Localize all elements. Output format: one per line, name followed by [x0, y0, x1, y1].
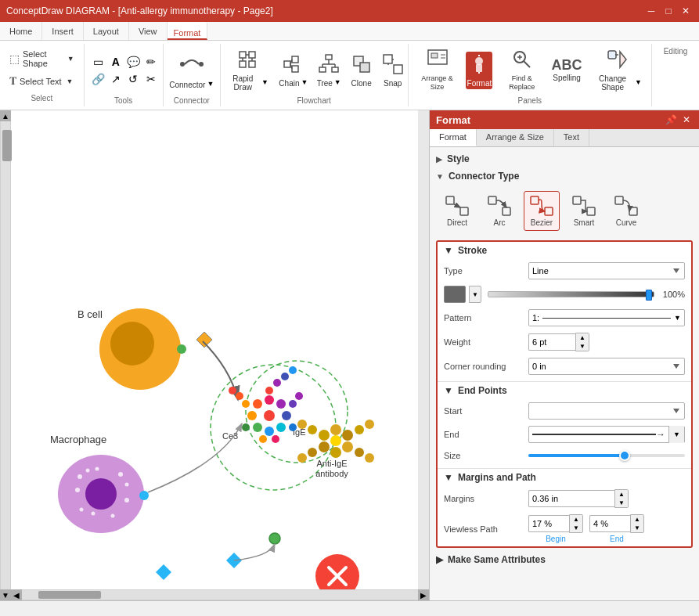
svg-rect-44 [446, 196, 454, 204]
viewless-begin-up-btn[interactable]: ▲ [570, 515, 582, 524]
viewless-end-input[interactable] [589, 515, 630, 532]
rapid-draw-btn[interactable]: Rapid Draw ▼ [223, 47, 272, 93]
comment-tool-btn[interactable]: 💬 [124, 54, 142, 70]
mac-d6 [75, 488, 80, 492]
format-panel-btn[interactable]: Format [466, 52, 492, 89]
minimize-btn[interactable]: ─ [644, 4, 658, 18]
curve-label: Curve [616, 218, 637, 227]
snap-btn[interactable]: Snap [380, 52, 405, 89]
conn-curve-btn[interactable]: Curve [608, 191, 644, 231]
conn-bezier-btn[interactable]: Bezier [524, 191, 560, 231]
opacity-track[interactable] [488, 291, 654, 297]
select-text-btn[interactable]: 𝐓 Select Text ▼ [6, 73, 77, 89]
tree-btn[interactable]: Tree ▼ [315, 52, 343, 89]
change-shape-btn[interactable]: Change Shape ▼ [589, 47, 645, 93]
svg-point-31 [475, 57, 483, 65]
tab-home[interactable]: Home [0, 22, 42, 40]
viewless-end-up-btn[interactable]: ▲ [631, 515, 643, 524]
margins-down-btn[interactable]: ▼ [615, 499, 628, 507]
scroll-right-btn[interactable]: ▶ [418, 589, 429, 600]
conn-direct-btn[interactable]: Direct [439, 191, 475, 231]
conn-smart-btn[interactable]: Smart [566, 191, 602, 231]
scroll-track[interactable] [1, 121, 10, 589]
pencil-tool-btn[interactable]: ✏ [144, 54, 158, 70]
mol-b4 [247, 411, 257, 420]
margins-header[interactable]: ▼ Margins and Path [438, 468, 691, 486]
close-btn[interactable]: ✕ [679, 4, 693, 18]
mol-e5 [295, 392, 303, 400]
make-same-header[interactable]: ▶ Make Same Attributes [430, 551, 699, 568]
color-dropdown-btn[interactable]: ▼ [469, 286, 481, 303]
size-slider[interactable] [528, 449, 685, 462]
start-select[interactable]: Arrow [528, 402, 685, 420]
canvas-area[interactable]: ▲ ▼ B cell [0, 110, 429, 600]
rect-tool-btn[interactable]: ▭ [89, 54, 107, 70]
end-dropdown-btn[interactable]: ▼ [668, 426, 684, 443]
scroll-up-btn[interactable]: ▲ [0, 110, 11, 121]
end-label[interactable]: End [610, 535, 624, 543]
begin-label[interactable]: Begin [546, 535, 566, 543]
b-cell-label: B cell [77, 308, 103, 320]
pattern-value: 1: [532, 313, 539, 322]
conn-arc-btn[interactable]: Arc [481, 191, 517, 231]
tab-format[interactable]: Format [430, 129, 477, 146]
end-points-header[interactable]: ▼ End Points [438, 381, 691, 399]
weight-up-btn[interactable]: ▲ [576, 333, 589, 342]
clone-label: Clone [351, 79, 372, 88]
link-tool-btn[interactable]: 🔗 [89, 71, 107, 87]
tab-format[interactable]: Format [168, 22, 208, 40]
smart-icon [571, 195, 596, 217]
viewless-input-label: Viewless Path [444, 524, 522, 534]
diagram-canvas[interactable]: B cell Ce3 [11, 110, 418, 600]
ab-c2 [330, 424, 341, 435]
weight-input[interactable] [528, 333, 575, 351]
tab-insert[interactable]: Insert [42, 22, 84, 40]
connector-btn[interactable]: Connector ▼ [166, 50, 217, 91]
ab-e3 [308, 448, 317, 457]
mol-e3 [229, 387, 236, 394]
tab-view[interactable]: View [129, 22, 168, 40]
tab-text[interactable]: Text [554, 129, 589, 146]
corner-select[interactable]: 0 in 0.1 in 0.25 in [528, 358, 685, 375]
vertical-scrollbar[interactable]: ▲ ▼ [0, 110, 11, 600]
mol-e9 [272, 435, 279, 443]
restore-btn[interactable]: □ [661, 4, 676, 18]
style-section-header[interactable]: ▶ Style [430, 150, 699, 168]
connector-type-section: ▼ Connector Type [430, 168, 699, 237]
find-replace-btn[interactable]: Find & Replace [499, 47, 545, 93]
scroll-down-btn[interactable]: ▼ [0, 589, 11, 600]
pattern-select[interactable]: 1: ▼ [528, 309, 685, 326]
chain-btn[interactable]: Chain ▼ [278, 52, 309, 89]
select-shape-btn[interactable]: ⬚ Select Shape ▼ [6, 48, 77, 70]
weight-down-btn[interactable]: ▼ [576, 342, 589, 351]
margins-up-btn[interactable]: ▲ [615, 490, 628, 499]
viewless-end-down-btn[interactable]: ▼ [631, 524, 643, 532]
arrange-size-btn[interactable]: Arrange & Size [415, 47, 460, 93]
cut-tool-btn[interactable]: ✂ [144, 71, 158, 87]
viewless-end-col: ▲ ▼ End [589, 514, 644, 543]
panel-pin-btn[interactable]: 📌 [665, 113, 677, 126]
panel-close-btn[interactable]: ✕ [680, 113, 693, 126]
scroll-left-btn[interactable]: ◀ [11, 589, 22, 600]
panel-content[interactable]: ▶ Style ▼ Connector Type [430, 147, 699, 600]
rotate-tool-btn[interactable]: ↺ [124, 71, 142, 87]
stroke-header[interactable]: ▼ Stroke [438, 242, 691, 259]
viewless-begin-down-btn[interactable]: ▼ [570, 524, 582, 532]
svg-line-46 [454, 204, 460, 207]
tab-arrange-size[interactable]: Arrange & Size [477, 129, 554, 146]
clone-btn[interactable]: Clone [349, 52, 374, 89]
color-swatch[interactable] [444, 286, 466, 303]
h-scroll-track[interactable] [22, 590, 418, 600]
viewless-begin-input[interactable] [528, 515, 569, 532]
margins-input[interactable] [528, 490, 614, 507]
tab-layout[interactable]: Layout [84, 22, 129, 40]
panels-label: Panels [518, 96, 542, 105]
text-tool-btn[interactable]: A [109, 54, 123, 70]
anti-ige-line2: antibody [315, 469, 348, 478]
spelling-btn[interactable]: ABC Spelling [551, 56, 582, 84]
connector-type-header[interactable]: ▼ Connector Type [430, 168, 699, 185]
horizontal-scrollbar[interactable]: ◀ ▶ [11, 589, 429, 600]
mac-d4 [118, 472, 123, 477]
arrow-tool-btn[interactable]: ↗ [109, 71, 123, 87]
type-select[interactable]: Line Dashed Dotted [528, 262, 685, 279]
